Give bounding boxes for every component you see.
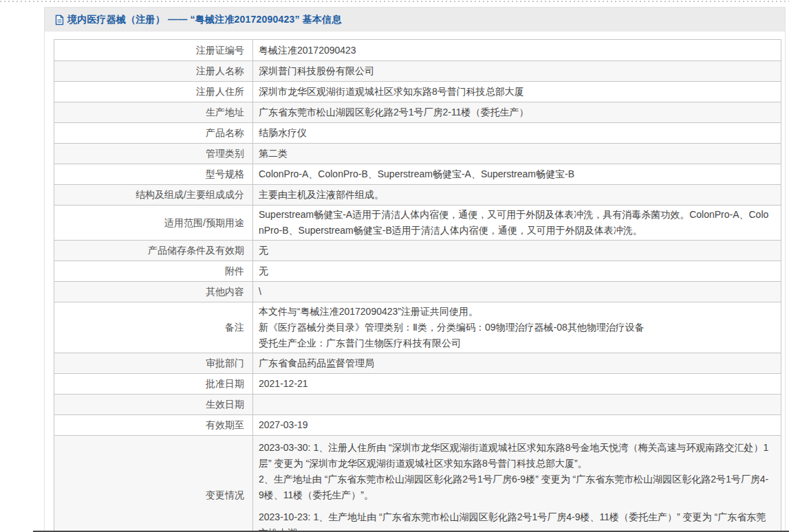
change-record: 2、生产地址由 “广东省东莞市松山湖园区彰化路2号1号厂房6-9楼” 变更为 “… [259,472,774,503]
row-label: 生产地址 [54,102,253,122]
row-label: 附件 [54,261,253,281]
row-value: 结肠水疗仪 [253,123,781,143]
row-value: 2027-03-19 [253,415,781,435]
row-value: 粤械注准20172090423 [253,40,781,60]
table-row: 注册人名称 深圳普门科技股份有限公司 [54,60,781,81]
table-row-changes: 变更情况 2023-03-30: 1、注册人住所由 “深圳市龙华区观湖街道观城社… [54,435,781,532]
table-row-remarks: 备注 本文件与“粤械注准20172090423”注册证共同使用。 新《医疗器械分… [54,302,781,353]
row-value: 第二类 [253,144,781,164]
row-label: 型号规格 [54,164,253,184]
row-value: 无 [253,261,781,281]
page-title: 境内医疗器械（注册） —— “粤械注准20172090423” 基本信息 [67,14,342,26]
table-row: 审批部门 广东省食品药品监督管理局 [54,353,781,373]
table-row: 其他内容 \ [54,281,781,302]
row-label: 批准日期 [54,374,253,394]
row-value: 广东省食品药品监督管理局 [253,353,781,373]
row-value: 深圳普门科技股份有限公司 [253,61,781,81]
remark-line: 受托生产企业：广东普门生物医疗科技有限公司 [259,335,774,351]
document-icon [54,14,65,25]
row-value: Superstream畅健宝-A适用于清洁人体内宿便，通便，又可用于外阴及体表冲… [253,206,781,240]
table-row: 生产地址 广东省东莞市松山湖园区彰化路2号1号厂房2-11楼（委托生产） [54,102,781,122]
row-value: 2021-12-21 [253,374,781,394]
table-row: 结构及组成/主要组成成分 主要由主机及注液部件组成。 [54,184,781,205]
row-label: 产品储存条件及有效期 [54,241,253,261]
row-value: 深圳市龙华区观湖街道观城社区求知东路8号普门科技总部大厦 [253,82,781,102]
row-label: 注册证编号 [54,40,253,60]
panel-header: 境内医疗器械（注册） —— “粤械注准20172090423” 基本信息 [45,8,785,32]
change-record: 2023-10-23: 1、生产地址由 “广东省东莞市松山湖园区彰化路2号1号厂… [259,509,774,532]
registration-info-table: 注册证编号 粤械注准20172090423 注册人名称 深圳普门科技股份有限公司… [54,39,781,532]
top-dotted-divider [0,1,789,2]
table-row: 批准日期 2021-12-21 [54,373,781,394]
row-label: 变更情况 [54,436,253,532]
table-row: 注册人住所 深圳市龙华区观湖街道观城社区求知东路8号普门科技总部大厦 [54,81,781,102]
row-label: 备注 [54,302,253,353]
row-label: 注册人住所 [54,82,253,102]
table-row: 有效期至 2027-03-19 [54,414,781,435]
row-value [253,395,781,414]
table-row: 型号规格 ColonPro-A、ColonPro-B、Superstream畅健… [54,164,781,184]
row-label: 有效期至 [54,415,253,435]
row-value: 本文件与“粤械注准20172090423”注册证共同使用。 新《医疗器械分类目录… [253,302,781,353]
remark-line: 新《医疗器械分类目录》管理类别：Ⅱ类，分类编码：09物理治疗器械-08其他物理治… [259,320,774,335]
registration-info-panel: 境内医疗器械（注册） —— “粤械注准20172090423” 基本信息 注册证… [44,7,786,532]
row-label: 适用范围/预期用途 [54,206,253,240]
table-row: 适用范围/预期用途 Superstream畅健宝-A适用于清洁人体内宿便，通便，… [54,205,781,240]
row-label: 管理类别 [54,144,253,164]
row-value: ColonPro-A、ColonPro-B、Superstream畅健宝-A、S… [253,164,781,184]
table-row: 产品名称 结肠水疗仪 [54,122,781,143]
table-row: 管理类别 第二类 [54,143,781,164]
table-row: 注册证编号 粤械注准20172090423 [54,40,781,60]
row-value: \ [253,282,781,302]
row-label: 注册人名称 [54,61,253,81]
remark-line: 本文件与“粤械注准20172090423”注册证共同使用。 [259,304,774,320]
table-row: 产品储存条件及有效期 无 [54,240,781,261]
row-label: 审批部门 [54,353,253,373]
row-label: 其他内容 [54,282,253,302]
row-value: 无 [253,241,781,261]
row-label: 产品名称 [54,123,253,143]
row-label: 生效日期 [54,395,253,414]
row-value: 主要由主机及注液部件组成。 [253,185,781,205]
change-record: 2023-03-30: 1、注册人住所由 “深圳市龙华区观湖街道观城社区求知东路… [259,440,774,472]
table-row: 生效日期 [54,394,781,414]
row-value: 2023-03-30: 1、注册人住所由 “深圳市龙华区观湖街道观城社区求知东路… [253,436,781,532]
row-label: 结构及组成/主要组成成分 [54,185,253,205]
row-value: 广东省东莞市松山湖园区彰化路2号1号厂房2-11楼（委托生产） [253,102,781,122]
table-row: 附件 无 [54,261,781,281]
